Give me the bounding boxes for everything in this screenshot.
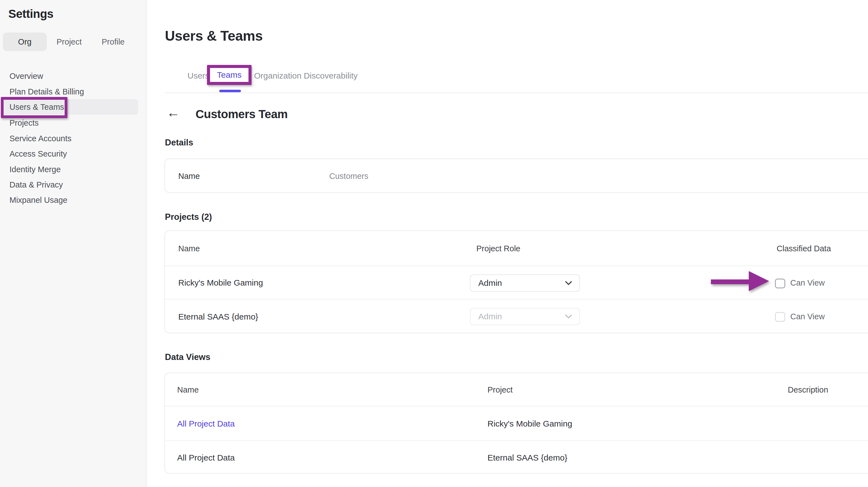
- projects-col-classified-data: Classified Data: [777, 231, 831, 266]
- sidebar-item-identity-merge[interactable]: Identity Merge: [9, 161, 61, 177]
- details-name-label: Name: [178, 159, 200, 193]
- row-divider: [165, 266, 868, 266]
- data-view-name: All Project Data: [177, 441, 235, 474]
- dataviews-col-description: Description: [788, 373, 828, 406]
- details-card: Name Customers: [164, 158, 868, 193]
- data-view-project: Eternal SAAS {demo}: [488, 441, 567, 474]
- project-row-name: Eternal SAAS {demo}: [178, 300, 258, 334]
- tab-organization-discoverability[interactable]: Organization Discoverability: [254, 70, 358, 81]
- classified-data-checkbox-disabled: [775, 312, 785, 322]
- active-tab-indicator: [219, 90, 241, 92]
- can-view-label: Can View: [790, 266, 825, 300]
- settings-sidebar: Settings Org Project Profile Overview Pl…: [0, 0, 147, 487]
- annotation-box-users-teams: [1, 97, 67, 118]
- annotation-arrow-icon: [711, 271, 769, 291]
- classified-data-checkbox[interactable]: [775, 279, 785, 288]
- annotation-box-teams: Teams: [207, 65, 252, 85]
- chevron-down-icon: [565, 281, 572, 285]
- sidebar-item-overview[interactable]: Overview: [9, 68, 43, 84]
- chevron-down-icon: [565, 314, 572, 319]
- project-role-value: Admin: [478, 278, 565, 288]
- data-views-heading: Data Views: [165, 352, 210, 362]
- sidebar-item-mixpanel-usage[interactable]: Mixpanel Usage: [9, 192, 67, 208]
- tab-users[interactable]: Users: [187, 70, 209, 81]
- data-view-link[interactable]: All Project Data: [177, 406, 235, 441]
- tab-teams[interactable]: Teams: [217, 70, 242, 80]
- dataviews-col-project: Project: [488, 373, 513, 406]
- sidebar-item-data-privacy[interactable]: Data & Privacy: [9, 177, 63, 192]
- project-role-select[interactable]: Admin: [470, 274, 580, 292]
- projects-col-name: Name: [178, 231, 200, 266]
- row-divider: [165, 299, 868, 300]
- projects-heading: Projects (2): [165, 212, 212, 222]
- sidebar-tab-project[interactable]: Project: [57, 33, 82, 51]
- data-views-table: Name Project Description All Project Dat…: [164, 372, 868, 474]
- project-role-select-disabled: Admin: [470, 308, 580, 325]
- sidebar-tab-org[interactable]: Org: [3, 33, 47, 51]
- back-arrow-icon[interactable]: ←: [166, 105, 180, 120]
- details-heading: Details: [165, 138, 193, 148]
- projects-col-project-role: Project Role: [476, 231, 520, 266]
- team-title: Customers Team: [195, 108, 288, 121]
- sidebar-tab-profile[interactable]: Profile: [102, 33, 125, 51]
- sidebar-item-service-accounts[interactable]: Service Accounts: [9, 131, 71, 146]
- data-view-project: Ricky's Mobile Gaming: [488, 406, 572, 441]
- sidebar-item-access-security[interactable]: Access Security: [9, 146, 67, 161]
- settings-title: Settings: [8, 7, 54, 21]
- project-row-name: Ricky's Mobile Gaming: [178, 266, 263, 300]
- project-role-value: Admin: [478, 312, 565, 321]
- details-name-value: Customers: [329, 159, 368, 193]
- dataviews-col-name: Name: [177, 373, 198, 406]
- page-title: Users & Teams: [165, 28, 263, 44]
- tabs-divider: [165, 92, 868, 93]
- can-view-label: Can View: [790, 300, 825, 334]
